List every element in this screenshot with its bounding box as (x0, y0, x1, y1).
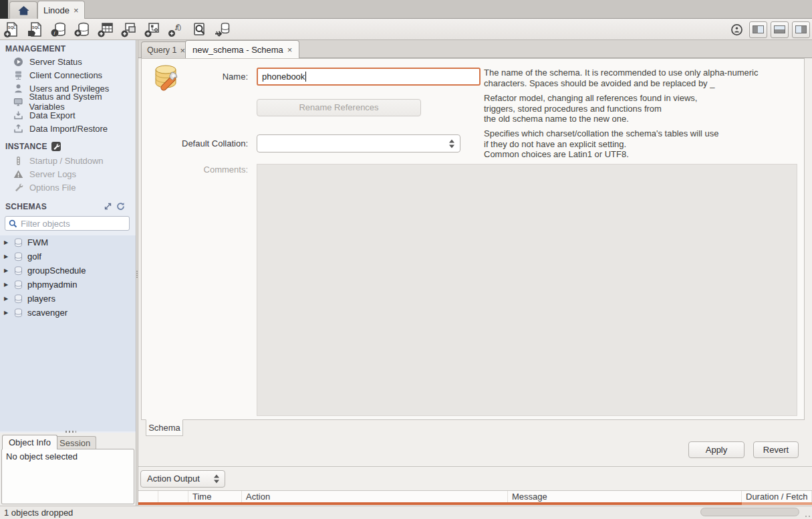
toggle-bottom-panel-button[interactable] (771, 21, 789, 38)
schema-icon (14, 294, 23, 304)
close-icon[interactable]: × (180, 46, 185, 55)
schema-icon (14, 280, 23, 290)
main-area: Query 1 × new_schema - Schema × Name: ph… (138, 40, 812, 519)
main-toolbar: SQL SQL i f() (0, 19, 812, 40)
column-status[interactable] (138, 491, 158, 502)
column-index[interactable] (158, 491, 188, 502)
schema-icon (14, 252, 23, 262)
sidebar-item-options-file[interactable]: Options File (0, 181, 136, 194)
create-schema-icon[interactable] (73, 20, 92, 39)
tab-object-info[interactable]: Object Info (2, 435, 57, 449)
svg-text:SQL: SQL (32, 25, 40, 29)
tab-session[interactable]: Session (53, 436, 96, 449)
data-export-icon (13, 110, 23, 120)
collation-help-text: Specifies which charset/collation the sc… (484, 128, 795, 160)
name-label: Name: (142, 68, 253, 86)
create-function-icon[interactable]: f() (166, 20, 185, 39)
management-section-title: MANAGEMENT (5, 44, 65, 54)
revert-button[interactable]: Revert (753, 441, 799, 458)
create-table-icon[interactable] (96, 20, 115, 39)
schema-editor: Name: phonebook Rename References Defaul… (141, 58, 805, 420)
data-import-icon (13, 124, 23, 134)
svg-text:(): () (177, 24, 181, 31)
create-procedure-icon[interactable] (143, 20, 162, 39)
wrench-badge-icon (51, 142, 61, 151)
expander-icon[interactable]: ▶ (4, 253, 9, 260)
management-nav: Server Status Client Connections Users a… (0, 55, 136, 135)
schema-row-players[interactable]: ▶ players (0, 292, 136, 306)
collation-label: Default Collation: (142, 134, 253, 152)
reconnect-database-icon[interactable] (213, 20, 232, 39)
object-info-panel: Object Info Session No object selected (0, 433, 136, 506)
sidebar-item-server-logs[interactable]: Server Logs (0, 167, 136, 181)
tab-new-schema[interactable]: new_schema - Schema × (185, 40, 299, 58)
column-duration[interactable]: Duration / Fetch (742, 491, 812, 502)
output-table-header: Time Action Message Duration / Fetch (138, 490, 812, 502)
window-edge (0, 0, 8, 19)
schema-row-scavenger[interactable]: ▶ scavenger (0, 306, 136, 320)
expander-icon[interactable]: ▶ (4, 282, 9, 288)
server-status-icon (13, 57, 23, 67)
connection-tab[interactable]: Linode × (37, 1, 85, 19)
sidebar-item-server-status[interactable]: Server Status (0, 55, 136, 68)
horizontal-scrollbar[interactable] (700, 508, 799, 516)
schema-row-fwm[interactable]: ▶ FWM (0, 235, 136, 249)
status-message: 1 objects dropped (4, 508, 73, 518)
tab-schema-bottom[interactable]: Schema (146, 419, 183, 436)
comments-textarea[interactable] (257, 164, 797, 416)
schema-row-golf[interactable]: ▶ golf (0, 249, 136, 264)
editor-tab-bar: Query 1 × new_schema - Schema × (138, 40, 812, 58)
expander-icon[interactable]: ▶ (4, 310, 9, 316)
schema-row-phpmyadmin[interactable]: ▶ phpmyadmin (0, 278, 136, 292)
column-time[interactable]: Time (188, 491, 242, 502)
schema-icon (14, 308, 23, 318)
collation-select[interactable] (257, 134, 460, 152)
expander-icon[interactable]: ▶ (4, 296, 9, 302)
home-icon (17, 5, 30, 16)
create-view-icon[interactable] (120, 20, 138, 39)
filter-placeholder: Filter objects (21, 219, 70, 229)
schema-tree: ▶ FWM ▶ golf ▶ groupSchedule ▶ phpmyadmi… (0, 235, 136, 431)
no-object-message: No object selected (6, 451, 78, 461)
close-icon[interactable]: × (287, 45, 293, 54)
home-tab[interactable] (9, 1, 37, 19)
selected-row-highlight (138, 502, 812, 505)
tab-query-1[interactable]: Query 1 × (141, 41, 191, 58)
new-sql-tab-icon[interactable]: SQL (3, 20, 21, 39)
sidebar-item-system-variables[interactable]: Status and System Variables (0, 95, 136, 108)
users-icon (13, 84, 23, 94)
resize-grip-icon[interactable] (809, 516, 810, 517)
schema-inspector-icon[interactable]: i (49, 20, 68, 39)
toggle-left-panel-button[interactable] (749, 21, 767, 38)
rename-references-button[interactable]: Rename References (257, 99, 421, 116)
expand-icon[interactable] (104, 203, 112, 210)
search-icon (9, 219, 17, 228)
refresh-icon[interactable] (116, 202, 125, 211)
column-action[interactable]: Action (242, 491, 508, 502)
close-icon[interactable]: × (74, 6, 79, 15)
splitter-grip (136, 271, 138, 278)
schema-icon (14, 238, 23, 247)
name-help-text: The name of the schema. It is recommende… (484, 68, 795, 88)
output-selector[interactable]: Action Output (140, 470, 225, 488)
sidebar-item-data-import[interactable]: Data Import/Restore (0, 122, 136, 135)
navigator-sidebar: MANAGEMENT Server Status Client Connecti… (0, 40, 136, 433)
sidebar-item-startup-shutdown[interactable]: Startup / Shutdown (0, 154, 136, 167)
search-objects-icon[interactable] (190, 20, 209, 39)
expander-icon[interactable]: ▶ (4, 239, 9, 245)
schema-row-groupschedule[interactable]: ▶ groupSchedule (0, 264, 136, 278)
apply-button[interactable]: Apply (688, 441, 745, 458)
spinner-icon (449, 139, 454, 148)
text-caret (305, 72, 306, 82)
startup-shutdown-icon (13, 156, 23, 166)
schema-name-input[interactable]: phonebook (257, 68, 481, 86)
expander-icon[interactable]: ▶ (4, 268, 9, 274)
open-sql-script-icon[interactable]: SQL (26, 20, 45, 39)
connection-tab-label: Linode (43, 5, 70, 15)
column-message[interactable]: Message (508, 491, 742, 502)
workbench-status-icon (727, 20, 746, 39)
status-bar: 1 objects dropped (0, 506, 812, 519)
schema-filter-input[interactable]: Filter objects (5, 216, 130, 231)
toggle-right-panel-button[interactable] (792, 21, 810, 38)
sidebar-item-client-connections[interactable]: Client Connections (0, 68, 136, 82)
